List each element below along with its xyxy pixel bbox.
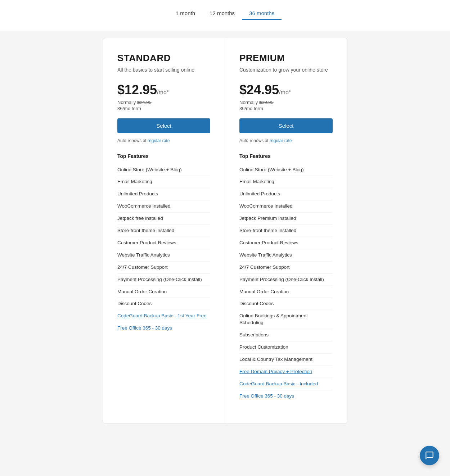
list-item: Online Store (Website + Blog) [239,164,333,176]
list-item: Jetpack Premium installed [239,213,333,225]
list-item: Customer Product Reviews [239,237,333,249]
premium-normal-price: Normally $39.95 [239,100,333,105]
standard-price-per: /mo* [157,89,169,95]
standard-original-price: $24.95 [137,100,152,105]
list-item: 24/7 Customer Support [239,262,333,274]
list-item: Email Marketing [239,176,333,188]
standard-auto-renew: Auto-renews at regular rate [117,138,210,143]
standard-features-title: Top Features [117,153,210,159]
list-item: Local & Country Tax Management [239,354,333,366]
list-item: Online Bookings & Appointment Scheduling [239,310,333,329]
list-item[interactable]: Free Office 365 - 30 days [239,390,333,402]
list-item: Online Store (Website + Blog) [117,164,210,176]
billing-tabs: 1 month 12 months 36 months [0,0,450,31]
list-item: Manual Order Creation [117,286,210,298]
list-item: Website Traffic Analytics [117,249,210,262]
list-item: Unlimited Products [117,188,210,200]
list-item: Discount Codes [239,298,333,310]
list-item: Website Traffic Analytics [239,249,333,262]
list-item: Payment Processing (One-Click Install) [117,274,210,286]
standard-plan-desc: All the basics to start selling online [117,67,210,74]
premium-plan-desc: Customization to grow your online store [239,67,333,74]
list-item: Store-front theme installed [117,225,210,237]
standard-term: 36/mo term [117,106,210,111]
list-item[interactable]: Free Office 365 - 30 days [117,322,210,334]
standard-feature-list: Online Store (Website + Blog) Email Mark… [117,164,210,334]
standard-plan-name: STANDARD [117,53,210,64]
list-item: WooCommerce Installed [239,200,333,213]
list-item: Email Marketing [117,176,210,188]
list-item: Jetpack free installed [117,213,210,225]
list-item: 24/7 Customer Support [117,262,210,274]
tab-12months[interactable]: 12 months [202,7,242,20]
premium-feature-list: Online Store (Website + Blog) Email Mark… [239,164,333,402]
tab-36months[interactable]: 36 months [242,7,282,20]
list-item: Unlimited Products [239,188,333,200]
premium-price-block: $24.95/mo* [239,82,333,98]
list-item[interactable]: Free Domain Privacy + Protection [239,366,333,378]
list-item[interactable]: CodeGuard Backup Basic - 1st Year Free [117,310,210,322]
premium-term: 36/mo term [239,106,333,111]
chat-icon [425,451,434,460]
standard-regular-rate-link[interactable]: regular rate [148,138,170,143]
premium-plan-card: PREMIUM Customization to grow your onlin… [225,38,347,424]
standard-normal-price: Normally $24.95 [117,100,210,105]
list-item: Subscriptions [239,329,333,341]
premium-price-per: /mo* [279,89,291,95]
premium-original-price: $39.95 [259,100,274,105]
list-item: Discount Codes [117,298,210,310]
list-item: Payment Processing (One-Click Install) [239,274,333,286]
list-item: Store-front theme installed [239,225,333,237]
premium-plan-name: PREMIUM [239,53,333,64]
premium-price: $24.95 [239,82,279,97]
standard-select-button[interactable]: Select [117,118,210,133]
list-item[interactable]: CodeGuard Backup Basic - Included [239,378,333,390]
list-item: Product Customization [239,341,333,354]
standard-plan-card: STANDARD All the basics to start selling… [103,38,225,424]
list-item: Manual Order Creation [239,286,333,298]
chat-button[interactable] [420,446,439,465]
list-item: WooCommerce Installed [117,200,210,213]
premium-regular-rate-link[interactable]: regular rate [270,138,292,143]
tab-1month[interactable]: 1 month [168,7,202,20]
premium-features-title: Top Features [239,153,333,159]
plans-container: STANDARD All the basics to start selling… [0,31,450,424]
standard-price: $12.95 [117,82,157,97]
premium-auto-renew: Auto-renews at regular rate [239,138,333,143]
premium-select-button[interactable]: Select [239,118,333,133]
standard-price-block: $12.95/mo* [117,82,210,98]
page-wrapper: 1 month 12 months 36 months STANDARD All… [0,0,450,424]
list-item: Customer Product Reviews [117,237,210,249]
